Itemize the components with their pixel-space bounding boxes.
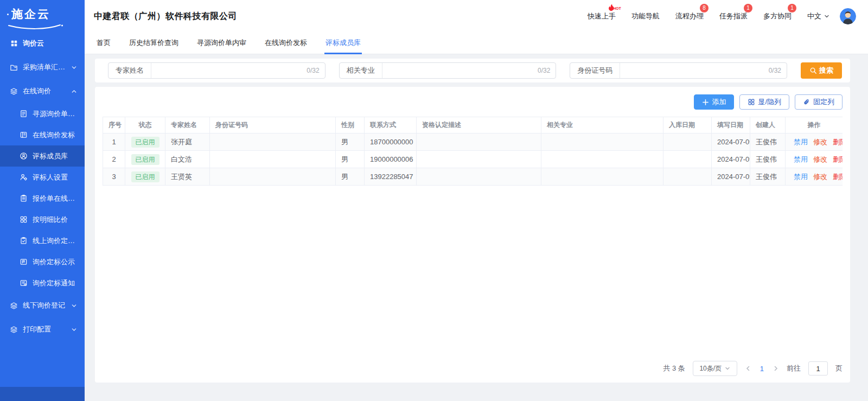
sidebar-item-print-config[interactable]: 打印配置 (0, 317, 85, 341)
row-action-disable[interactable]: 禁用 (794, 138, 808, 146)
row-action-delete[interactable]: 删除 (833, 155, 843, 163)
goto-page-input[interactable] (808, 361, 828, 375)
search-field-related-major: 相关专业 0/32 (339, 62, 557, 79)
nav-item-process-handling[interactable]: 流程办理8 (675, 11, 704, 21)
sidebar-item-inquiry-cloud[interactable]: 询价云 (0, 31, 85, 55)
cell-name: 白文浩 (165, 151, 210, 168)
fixed-columns-button[interactable]: 固定列 (795, 94, 843, 110)
col-header-qualification: 资格认定描述 (417, 117, 541, 133)
chevron-up-icon (71, 88, 77, 94)
cell-gender: 男 (336, 151, 365, 168)
sidebar-item-online-award-review[interactable]: 线上询价定标内审 (0, 230, 85, 251)
col-header-seq: 序号 (103, 117, 125, 133)
sidebar-item-online-inquiry-bid[interactable]: 在线询价发标 (0, 124, 85, 145)
col-header-name: 专家姓名 (165, 117, 210, 133)
language-selector[interactable]: 中文 (807, 11, 829, 21)
field-label: 专家姓名 (108, 63, 151, 78)
plus-icon (702, 99, 709, 106)
sidebar-item-quotation-online-view[interactable]: 报价单在线查看 (0, 188, 85, 209)
paperclip-icon (803, 98, 810, 106)
cell-qualification (417, 151, 541, 168)
cell-phone: 13922285047 (365, 168, 417, 186)
logo-text: 施企云 (11, 7, 50, 22)
svg-text:HOT: HOT (613, 7, 622, 10)
user-avatar[interactable] (840, 8, 856, 24)
sidebar-item-label: 按明细比价 (33, 215, 68, 225)
user-gear-icon (20, 173, 28, 181)
cell-gender: 男 (336, 133, 365, 151)
page-size-select[interactable]: 10条/页 (693, 361, 737, 376)
add-button-label: 添加 (712, 97, 726, 107)
sidebar-item-sourcing-inquiry-review[interactable]: 寻源询价单内审 (0, 103, 85, 124)
tab-home[interactable]: 首页 (95, 33, 112, 54)
page-content: 专家姓名 0/32 相关专业 0/32 身份证号码 0/32 搜索 (85, 54, 868, 401)
row-action-edit[interactable]: 修改 (813, 173, 827, 181)
tab-history-settlement-price[interactable]: 历史结算价查询 (128, 33, 180, 54)
add-button[interactable]: 添加 (694, 94, 734, 110)
clipboard-icon (20, 194, 28, 202)
chevron-down-icon (824, 14, 829, 19)
sidebar: 施企云 询价云采购清单汇总查...在线询价寻源询价单内审在线询价发标评标成员库评… (0, 0, 85, 401)
avatar-image (840, 8, 856, 24)
row-action-disable[interactable]: 禁用 (794, 155, 808, 163)
sidebar-item-label: 线上询价定标内审 (33, 236, 77, 246)
grid-outline-icon (20, 215, 28, 224)
row-action-delete[interactable]: 删除 (833, 173, 843, 181)
nav-item-task-assign[interactable]: 任务指派1 (719, 11, 748, 21)
sidebar-item-online-inquiry[interactable]: 在线询价 (0, 79, 85, 103)
sidebar-item-label: 询价云 (23, 39, 44, 48)
nav-item-multi-party-collab[interactable]: 多方协同1 (763, 11, 792, 21)
col-header-fill_date: 填写日期 (712, 117, 750, 133)
related-major-input[interactable] (382, 67, 538, 75)
sidebar-item-procurement-summary[interactable]: 采购清单汇总查... (0, 55, 85, 79)
current-page[interactable]: 1 (759, 365, 765, 373)
sidebar-item-award-publicity[interactable]: 询价定标公示 (0, 251, 85, 272)
next-page-button[interactable] (773, 365, 779, 372)
search-button[interactable]: 搜索 (801, 62, 842, 79)
cell-storage_date (663, 168, 712, 186)
tab-evaluation-member-library[interactable]: 评标成员库 (324, 33, 362, 54)
row-action-disable[interactable]: 禁用 (794, 173, 808, 181)
company-name: 中建君联（广州）软件科技有限公司 (94, 11, 237, 22)
table-header-row: 序号状态专家姓名身份证号码性别联系方式资格认定描述相关专业入库日期填写日期创建人… (103, 117, 843, 133)
table-panel: 添加 显/隐列 固定列 序号状态专家姓名身份证号码性别联系方式资格认定描述相关专… (95, 87, 850, 383)
show-hide-columns-button[interactable]: 显/隐列 (739, 94, 789, 110)
notice-icon (20, 279, 28, 287)
layers-icon (10, 326, 18, 334)
notification-badge: 8 (700, 4, 709, 12)
sidebar-item-offline-inquiry-register[interactable]: 线下询价登记 (0, 294, 85, 317)
nav-item-label: 多方协同 (763, 12, 792, 20)
cell-creator: 王俊伟 (750, 151, 786, 168)
search-panel: 专家姓名 0/32 相关专业 0/32 身份证号码 0/32 搜索 (95, 59, 850, 82)
row-action-edit[interactable]: 修改 (813, 138, 827, 146)
tab-sourcing-inquiry-review[interactable]: 寻源询价单内审 (196, 33, 247, 54)
sidebar-item-detail-price-compare[interactable]: 按明细比价 (0, 209, 85, 230)
sidebar-item-evaluator-settings[interactable]: 评标人设置 (0, 167, 85, 188)
members-table: 序号状态专家姓名身份证号码性别联系方式资格认定描述相关专业入库日期填写日期创建人… (103, 117, 843, 186)
cell-id_no (210, 151, 336, 168)
cell-creator: 王俊伟 (750, 168, 786, 186)
cell-qualification (417, 133, 541, 151)
chevron-down-icon (71, 327, 77, 333)
tab-online-inquiry-bid[interactable]: 在线询价发标 (264, 33, 308, 54)
row-action-edit[interactable]: 修改 (813, 155, 827, 163)
chevron-right-icon (773, 365, 779, 372)
sidebar-item-evaluation-member-library[interactable]: 评标成员库 (0, 145, 85, 167)
cell-phone: 19000000006 (365, 151, 417, 168)
row-action-delete[interactable]: 删除 (833, 138, 843, 146)
pagination: 共 3 条 10条/页 1 前往 页 (103, 354, 843, 376)
col-header-storage_date: 入库日期 (663, 117, 712, 133)
sidebar-item-award-notice[interactable]: 询价定标通知 (0, 272, 85, 294)
cell-gender: 男 (336, 168, 365, 186)
nav-item-quick-start[interactable]: 快速上手HOT (588, 11, 616, 21)
id-number-input[interactable] (620, 67, 768, 75)
col-header-gender: 性别 (336, 117, 365, 133)
pagination-total: 共 3 条 (663, 364, 685, 373)
columns-icon (748, 98, 755, 106)
page-unit-label: 页 (835, 364, 843, 373)
sidebar-footer[interactable] (0, 387, 85, 401)
nav-item-feature-nav[interactable]: 功能导航 (631, 11, 660, 21)
prev-page-button[interactable] (745, 365, 751, 372)
expert-name-input[interactable] (151, 67, 307, 75)
announce-icon (20, 258, 28, 266)
